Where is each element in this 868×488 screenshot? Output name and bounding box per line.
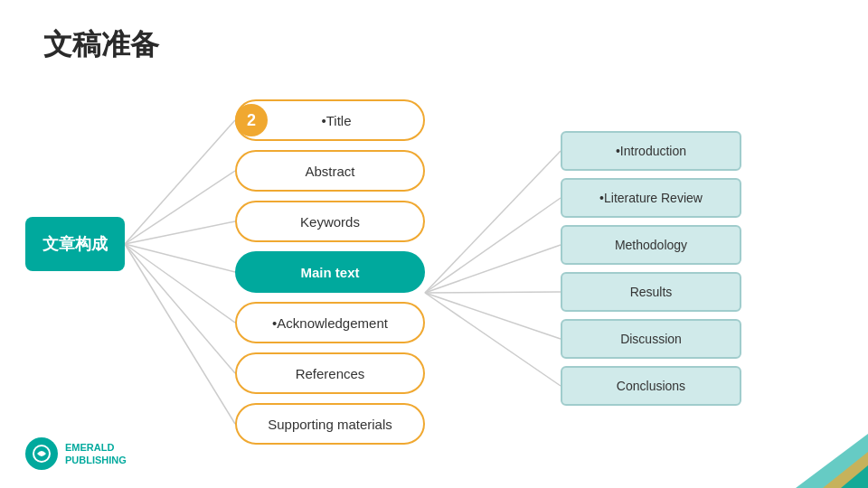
keywords-label: Keywords: [300, 214, 360, 230]
center-box-abstract: Abstract: [235, 150, 425, 192]
acknowledgement-label: •Acknowledgement: [272, 315, 388, 331]
svg-line-2: [125, 221, 235, 244]
right-box-results: Results: [561, 272, 741, 312]
svg-line-9: [425, 245, 561, 293]
svg-line-4: [125, 244, 235, 323]
logo-icon: [25, 437, 58, 470]
center-box-keywords: Keywords: [235, 201, 425, 242]
svg-line-3: [125, 244, 235, 272]
logo: emerald PUBLISHING: [25, 437, 127, 470]
logo-text: emerald PUBLISHING: [65, 441, 127, 467]
logo-line1: emerald: [65, 441, 127, 454]
svg-line-10: [425, 292, 561, 293]
center-box-main-text: Main text: [235, 251, 425, 293]
svg-line-6: [125, 244, 235, 424]
number-badge: 2: [235, 104, 268, 136]
conclusions-label: Conclusions: [617, 379, 685, 393]
logo-line2: PUBLISHING: [65, 454, 127, 466]
methodology-label: Methodology: [615, 238, 687, 252]
center-box-acknowledgement: •Acknowledgement: [235, 302, 425, 343]
left-label: 文章构成: [25, 217, 125, 271]
right-box-discussion: Discussion: [561, 319, 741, 359]
right-box-methodology: Methodology: [561, 225, 741, 265]
svg-line-1: [125, 171, 235, 244]
center-column: 2 •Title Abstract Keywords Main text •Ac…: [235, 99, 425, 445]
center-box-references: References: [235, 352, 425, 394]
abstract-label: Abstract: [305, 164, 354, 179]
right-box-conclusions: Conclusions: [561, 366, 741, 406]
right-box-literature: •Literature Review: [561, 178, 741, 218]
svg-line-0: [125, 120, 235, 244]
right-box-introduction: •Introduction: [561, 131, 741, 171]
page-title: 文稿准备: [43, 25, 159, 65]
svg-line-11: [425, 293, 561, 339]
introduction-label: •Introduction: [616, 144, 686, 158]
main-text-label: Main text: [300, 265, 359, 280]
literature-label: •Literature Review: [599, 191, 703, 205]
center-box-title: 2 •Title: [235, 99, 425, 141]
svg-line-8: [425, 198, 561, 293]
results-label: Results: [630, 285, 673, 299]
center-box-supporting: Supporting materials: [235, 403, 425, 445]
deco-triangles: [760, 416, 868, 488]
references-label: References: [296, 366, 365, 381]
svg-line-5: [125, 244, 235, 373]
title-label: •Title: [321, 113, 351, 128]
discussion-label: Discussion: [620, 332, 682, 346]
svg-line-7: [425, 151, 561, 293]
svg-line-12: [425, 293, 561, 386]
supporting-label: Supporting materials: [268, 417, 392, 432]
right-column: •Introduction •Literature Review Methodo…: [561, 131, 741, 406]
